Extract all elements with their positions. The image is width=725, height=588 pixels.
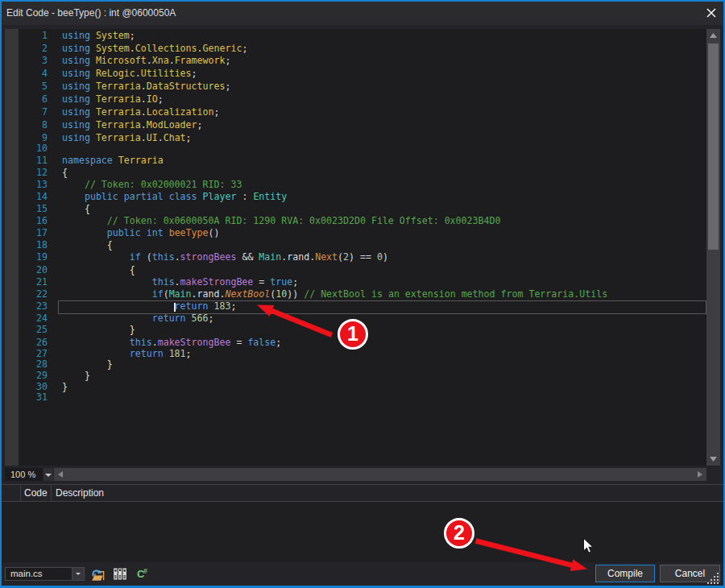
column-header-code[interactable]: Code (24, 485, 48, 501)
code-line-6[interactable]: 6using Terraria.IO; (19, 93, 706, 106)
code-editor[interactable]: 1using System;2using System.Collections.… (5, 29, 720, 466)
line-number: 5 (19, 81, 48, 93)
token-kw: using (62, 30, 90, 41)
code-line-11[interactable]: 11namespace Terraria (19, 155, 706, 167)
edit-code-dialog: Edit Code - beeType() : int @0600050A 1u… (0, 0, 725, 588)
code-line-16[interactable]: 16 // Token: 0x0600050A RID: 1290 RVA: 0… (19, 215, 706, 227)
token-pl (62, 251, 130, 263)
token-kw: using (62, 81, 90, 92)
code-line-18[interactable]: 18 { (19, 239, 706, 251)
horizontal-scrollbar-arrows (54, 468, 706, 481)
token-pl: . (147, 55, 152, 66)
zoom-dropdown-button[interactable] (44, 468, 53, 481)
code-text: if(Main.rand.NextBool(10)) // NextBool i… (62, 288, 607, 300)
column-header-description[interactable]: Description (56, 485, 104, 501)
token-kw: if (152, 288, 164, 300)
token-cm: // Token: 0x02000021 RID: 33 (62, 179, 242, 190)
zoom-level-select[interactable]: 100 % (5, 468, 43, 481)
token-pl: { (62, 239, 113, 251)
line-number: 23 (19, 300, 48, 313)
line-number: 15 (19, 203, 48, 215)
token-pl (164, 227, 169, 238)
code-text: using Terraria.ModLoader; (62, 119, 203, 131)
token-pl: ; (276, 337, 281, 348)
line-number: 7 (19, 106, 48, 118)
token-pl (90, 30, 96, 41)
line-number: 4 (19, 68, 48, 80)
token-pl: . (141, 81, 147, 92)
column-divider (51, 485, 52, 501)
token-pl: } (62, 370, 90, 381)
code-line-13[interactable]: 13 // Token: 0x02000021 RID: 33 (19, 179, 706, 191)
file-select-combo[interactable]: main.cs (5, 567, 85, 581)
annotation-step-1: 1 (338, 319, 368, 350)
code-line-8[interactable]: 8using Terraria.ModLoader; (19, 119, 706, 131)
close-icon (701, 2, 723, 25)
code-line-20[interactable]: 20 { (19, 264, 706, 276)
resize-grip[interactable] (706, 571, 720, 586)
token-ns: Chat (164, 132, 186, 143)
token-kw: int (147, 227, 164, 238)
compile-button[interactable]: Compile (595, 565, 655, 582)
result-list[interactable] (2, 502, 723, 562)
add-assembly-reference-button[interactable] (114, 568, 126, 583)
token-pl: { (62, 167, 68, 178)
token-pl: . (152, 337, 158, 348)
token-kw: this (130, 337, 152, 348)
code-line-31[interactable]: 31 (19, 391, 706, 404)
result-list-header (2, 485, 723, 501)
vertical-scrollbar[interactable] (706, 29, 720, 466)
code-text: if (this.strongBees && Main.rand.Next(2)… (62, 251, 388, 263)
token-pl (62, 276, 152, 288)
code-line-23[interactable]: 23 return 183; (19, 300, 706, 313)
code-line-15[interactable]: 15 { (19, 203, 706, 215)
token-ns: DataStructures (147, 81, 226, 92)
column-divider (20, 485, 21, 501)
code-line-4[interactable]: 4using ReLogic.Utilities; (19, 68, 706, 80)
token-pl: } (62, 358, 113, 370)
code-line-7[interactable]: 7using Terraria.Localization; (19, 106, 706, 118)
titlebar[interactable]: Edit Code - beeType() : int @0600050A (2, 2, 723, 25)
file-select-dropdown[interactable] (72, 568, 84, 580)
token-pl: . (141, 132, 147, 143)
add-document-button[interactable] (91, 567, 106, 584)
code-line-14[interactable]: 14 public partial class Player : Entity (19, 191, 706, 203)
line-number: 25 (19, 324, 48, 336)
code-text: using Terraria.Localization; (62, 106, 219, 118)
token-pl: () (209, 227, 220, 238)
code-text: this.makeStrongBee = true; (62, 276, 298, 288)
chevron-down-icon (76, 573, 81, 575)
code-text-area[interactable]: 1using System;2using System.Collections.… (19, 29, 706, 466)
token-ns: Terraria (96, 81, 141, 92)
token-kw: this (152, 251, 175, 263)
token-pl: . (135, 68, 141, 79)
token-pl: ; (192, 68, 197, 79)
token-pl: } (62, 324, 135, 335)
code-line-19[interactable]: 19 if (this.strongBees && Main.rand.Next… (19, 251, 706, 263)
csharp-file-icon[interactable]: C # (137, 567, 150, 583)
code-line-12[interactable]: 12{ (19, 167, 706, 179)
token-pl: ; (213, 106, 219, 118)
code-line-17[interactable]: 17 public int beeType() (19, 227, 706, 239)
code-line-1[interactable]: 1using System; (19, 30, 706, 42)
token-pl (118, 191, 124, 202)
code-line-2[interactable]: 2using System.Collections.Generic; (19, 43, 706, 55)
token-pl: { (62, 203, 90, 214)
code-line-22[interactable]: 22 if(Main.rand.NextBool(10)) // NextBoo… (19, 288, 706, 300)
token-pl: = (230, 337, 247, 348)
token-ty: Entity (253, 191, 287, 202)
code-line-21[interactable]: 21 this.makeStrongBee = true; (19, 276, 706, 288)
token-num: 183 (213, 300, 230, 312)
token-pl (90, 93, 96, 105)
code-line-10[interactable]: 10 (19, 143, 706, 155)
token-ns: IO (147, 93, 158, 105)
horizontal-scrollbar[interactable] (54, 468, 706, 481)
vertical-scrollbar-thumb[interactable] (708, 43, 719, 250)
token-mth: Next (315, 251, 338, 263)
token-pl (62, 288, 152, 300)
close-button[interactable] (701, 2, 723, 25)
token-ns: Terraria (118, 155, 164, 166)
code-line-5[interactable]: 5using Terraria.DataStructures; (19, 81, 706, 93)
file-select-value: main.cs (10, 568, 43, 580)
code-line-3[interactable]: 3using Microsoft.Xna.Framework; (19, 55, 706, 67)
